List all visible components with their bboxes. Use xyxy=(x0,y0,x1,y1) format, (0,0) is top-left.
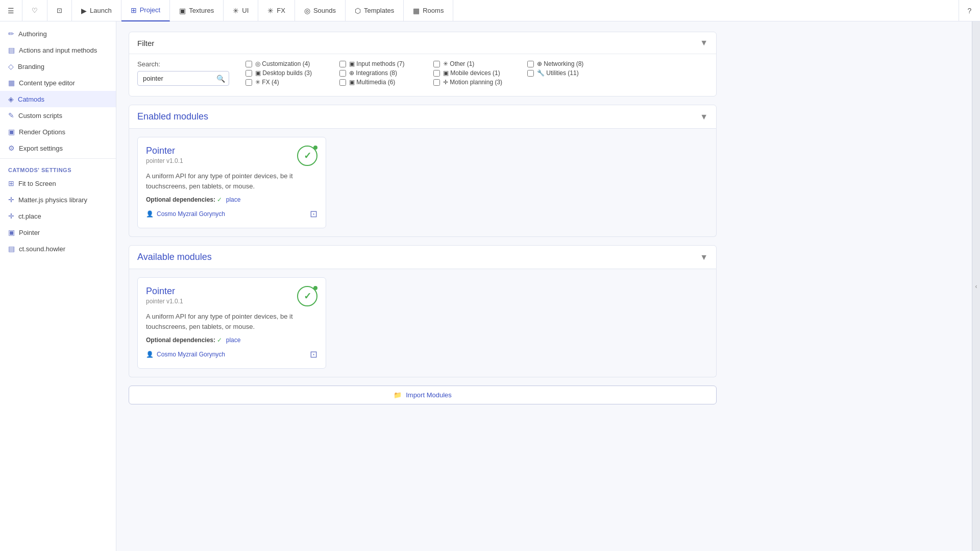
nav-tab-ui-label: UI xyxy=(242,7,249,14)
author-person-icon: 👤 xyxy=(146,210,154,218)
enabled-card-title-block: Pointer pointer v1.0.1 xyxy=(146,146,183,164)
filter-col-1: ◎ Customization (4) ▣ Desktop builds (3)… xyxy=(246,60,327,88)
filter-col-3: ✳ Other (1) ▣ Mobile devices (1) ✛ Motio… xyxy=(433,60,515,88)
nav-tab-favorites[interactable]: ♡ xyxy=(22,0,47,21)
nav-tab-templates-label: Templates xyxy=(364,7,394,14)
nav-tab-sounds[interactable]: ◎ Sounds xyxy=(295,0,346,21)
sidebar-item-export-settings[interactable]: ⚙ Export settings xyxy=(0,140,116,156)
checkbox-motion[interactable] xyxy=(433,79,440,86)
sidebar-item-catmods[interactable]: ◈ Catmods xyxy=(0,91,116,107)
nav-tab-ui[interactable]: ✳ UI xyxy=(224,0,258,21)
enabled-modules-header[interactable]: Enabled modules ▼ xyxy=(129,105,717,129)
checkbox-utilities[interactable] xyxy=(527,70,534,77)
sidebar-item-fit-to-screen[interactable]: ⊞ Fit to Screen xyxy=(0,175,116,191)
sidebar-item-content-type-editor[interactable]: ▦ Content type editor xyxy=(0,75,116,91)
search-button[interactable]: 🔍 xyxy=(216,75,225,83)
filter-col-2: ▣ Input methods (7) ⊕ Integrations (8) ▣… xyxy=(339,60,421,88)
enabled-modules-body: Pointer pointer v1.0.1 ✓ A uniform API f… xyxy=(129,129,717,237)
preview-icon[interactable]: ⊡ xyxy=(310,208,317,220)
enabled-card-deps: Optional dependencies: ✓ place xyxy=(146,196,317,203)
enabled-card-description: A uniform API for any type of pointer de… xyxy=(146,171,317,191)
filter-checkbox-customization: ◎ Customization (4) xyxy=(246,60,327,67)
ct-place-icon: ✛ xyxy=(8,212,14,220)
search-label: Search: xyxy=(137,60,246,68)
available-module-card-pointer[interactable]: Pointer pointer v1.0.1 ✓ A uniform API f… xyxy=(137,277,326,369)
import-btn-label: Import Modules xyxy=(406,391,452,399)
sidebar-item-matter-js[interactable]: ✛ Matter.js physics library xyxy=(0,191,116,208)
filter-section: Filter ▼ Search: 🔍 xyxy=(129,32,717,97)
available-author-person-icon: 👤 xyxy=(146,351,154,358)
nav-tab-templates[interactable]: ⬡ Templates xyxy=(346,0,404,21)
checkbox-mobile[interactable] xyxy=(433,70,440,77)
sidebar-item-render-options[interactable]: ▣ Render Options xyxy=(0,124,116,140)
sidebar-item-catmods-label: Catmods xyxy=(18,95,44,103)
checkbox-fx[interactable] xyxy=(246,79,252,86)
catmods-settings-section: Catmods' settings xyxy=(0,161,116,175)
right-collapse-handle[interactable]: ‹ xyxy=(972,21,980,551)
filter-checkbox-fx: ✳ FX (4) xyxy=(246,79,327,86)
available-check-mark-icon: ✓ xyxy=(304,291,311,302)
enabled-deps-label: Optional dependencies: xyxy=(146,196,215,203)
available-modules-chevron-icon: ▼ xyxy=(700,253,708,262)
filter-header[interactable]: Filter ▼ xyxy=(129,32,716,54)
sidebar-item-authoring-label: Authoring xyxy=(18,30,47,38)
label-multimedia: ▣ Multimedia (6) xyxy=(349,79,395,86)
sidebar: ✏ Authoring ▤ Actions and input methods … xyxy=(0,21,116,551)
textures-icon: ▣ xyxy=(179,7,186,15)
help-button[interactable]: ? xyxy=(959,0,980,21)
available-deps-label: Optional dependencies: xyxy=(146,337,215,344)
nav-tab-launch[interactable]: ▶ Launch xyxy=(72,0,121,21)
sidebar-item-pointer[interactable]: ▣ Pointer xyxy=(0,224,116,241)
filter-chevron-icon: ▼ xyxy=(700,38,708,47)
sidebar-item-fit-to-screen-label: Fit to Screen xyxy=(18,180,56,187)
available-card-author: 👤 Cosmo Myzrail Gorynych xyxy=(146,351,225,358)
sidebar-item-pointer-label: Pointer xyxy=(19,229,40,236)
sidebar-item-matter-js-label: Matter.js physics library xyxy=(18,196,87,204)
filter-title: Filter xyxy=(137,39,154,47)
checkbox-other[interactable] xyxy=(433,61,440,67)
search-input[interactable] xyxy=(137,71,229,86)
actions-icon: ▤ xyxy=(8,46,15,54)
nav-tab-fx[interactable]: ✳ FX xyxy=(258,0,295,21)
checkbox-desktop[interactable] xyxy=(246,70,252,77)
enabled-card-author-name: Cosmo Myzrail Gorynych xyxy=(157,210,225,218)
search-container: Search: 🔍 xyxy=(137,60,246,86)
enabled-module-card-pointer[interactable]: Pointer pointer v1.0.1 ✓ A uniform API f… xyxy=(137,137,326,228)
import-modules-button[interactable]: 📁 Import Modules xyxy=(129,386,717,404)
available-preview-icon[interactable]: ⊡ xyxy=(310,349,317,360)
nav-tab-save[interactable]: ⊡ xyxy=(47,0,72,21)
branding-icon: ◇ xyxy=(8,62,14,70)
nav-tab-fx-label: FX xyxy=(277,7,285,14)
dep-name: place xyxy=(226,196,241,203)
nav-tab-project[interactable]: ⊞ Project xyxy=(121,0,170,21)
filter-checkbox-integrations: ⊕ Integrations (8) xyxy=(339,69,421,77)
available-card-footer: 👤 Cosmo Myzrail Gorynych ⊡ xyxy=(146,349,317,360)
checkbox-input-methods[interactable] xyxy=(339,61,346,67)
checkbox-networking[interactable] xyxy=(527,61,534,67)
available-modules-header[interactable]: Available modules ▼ xyxy=(129,245,717,269)
checkbox-multimedia[interactable] xyxy=(339,79,346,86)
sidebar-item-ct-place[interactable]: ✛ ct.place xyxy=(0,208,116,224)
checkbox-integrations[interactable] xyxy=(339,70,346,77)
ct-sound-howler-icon: ▤ xyxy=(8,245,15,253)
label-utilities: 🔧 Utilities (11) xyxy=(537,69,579,77)
matter-js-icon: ✛ xyxy=(8,196,14,204)
available-card-header: Pointer pointer v1.0.1 ✓ xyxy=(146,286,317,306)
sidebar-item-branding[interactable]: ◇ Branding xyxy=(0,58,116,75)
sidebar-item-render-options-label: Render Options xyxy=(19,128,65,136)
authoring-icon: ✏ xyxy=(8,30,14,38)
sidebar-item-ct-sound-howler[interactable]: ▤ ct.sound.howler xyxy=(0,241,116,257)
nav-tab-rooms[interactable]: ▦ Rooms xyxy=(404,0,453,21)
sidebar-item-custom-scripts[interactable]: ✎ Custom scripts xyxy=(0,107,116,124)
hamburger-menu[interactable]: ☰ xyxy=(0,0,22,21)
content-type-icon: ▦ xyxy=(8,79,15,87)
sidebar-item-actions-input[interactable]: ▤ Actions and input methods xyxy=(0,42,116,58)
search-wrap: 🔍 xyxy=(137,71,229,86)
sidebar-item-authoring[interactable]: ✏ Authoring xyxy=(0,26,116,42)
nav-tab-project-label: Project xyxy=(140,6,160,14)
nav-tab-textures[interactable]: ▣ Textures xyxy=(170,0,224,21)
checkbox-customization[interactable] xyxy=(246,61,252,67)
label-integrations: ⊕ Integrations (8) xyxy=(349,69,397,77)
label-other: ✳ Other (1) xyxy=(443,60,474,67)
fit-to-screen-icon: ⊞ xyxy=(8,179,14,187)
